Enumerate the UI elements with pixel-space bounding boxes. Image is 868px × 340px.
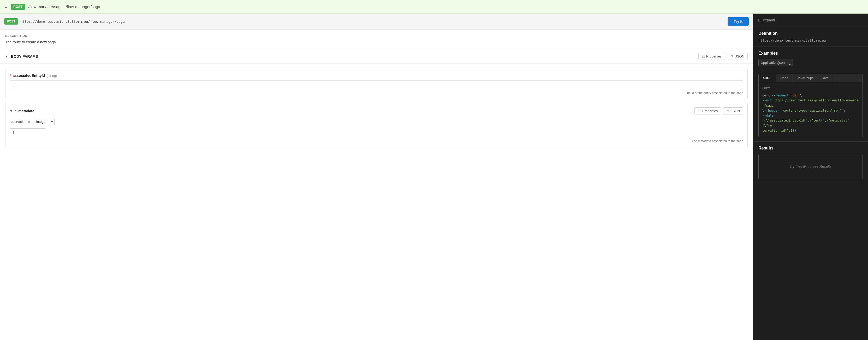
examples-title: Examples [758,51,863,56]
metadata-field-name: metadata [18,109,692,113]
entity-id-input[interactable] [10,80,743,89]
tab-curl[interactable]: cURL [758,74,776,82]
body-params-title: BODY PARAMS [11,54,696,59]
fields-area: * associatedEntityId (string) The id of … [0,64,753,156]
entity-field-name: associatedEntityId [12,74,45,78]
content-type-select[interactable]: application/json [758,59,793,66]
definition-section: Definition https://demo.test.mia-platfor… [753,27,868,47]
reservation-id-label: reservation-id [10,120,30,123]
tab-node[interactable]: Node [776,74,793,82]
definition-url: https://demo.test.mia-platform.eu [758,38,863,42]
associated-entity-field: * associatedEntityId (string) The id of … [5,69,748,99]
examples-section: Examples application/json cURL Node Java… [753,47,868,142]
description-text: The route to create a new saga [5,40,748,44]
json-pencil-icon-meta: ✎ [726,109,730,113]
entity-field-hint: The id of the entity associated to the s… [10,91,743,95]
code-body: COPY curl --request POST \ --url https:/… [758,82,863,137]
right-panel: □ expand Definition https://demo.test.mi… [753,13,868,340]
results-section: Results Try the API to see Results [753,142,868,183]
tab-java[interactable]: Java [817,74,833,82]
reservation-type-select[interactable]: integer string number [33,118,55,125]
tab-javascript[interactable]: JavaScript [793,74,817,82]
json-pencil-icon: ✎ [731,54,734,58]
associated-entity-header: * associatedEntityId (string) [10,74,743,78]
code-content: curl --request POST \ --url https://demo… [762,93,859,133]
try-it-button[interactable]: Try It [727,17,749,26]
content-type-wrapper: application/json [758,59,793,70]
top-bar-path2: /flow-manager/saga [66,4,100,9]
expand-label[interactable]: expand [763,18,775,22]
metadata-hint: The metadata associated to the saga [10,139,743,143]
chevron-down-icon[interactable]: ⌄ [4,4,7,9]
api-url: https://demo.test.mia-platform.eu/flow-m… [21,20,725,24]
entity-field-type: (string) [46,74,57,78]
results-placeholder: Try the API to see Results [758,154,863,179]
copy-label[interactable]: COPY [762,86,859,91]
right-panel-header: □ expand [753,13,868,27]
code-tabs: cURL Node JavaScript Java COPY curl --re… [758,74,863,137]
metadata-header: ▼ * metadata ☷ Properties ✎ JSON [10,107,743,114]
code-tab-bar: cURL Node JavaScript Java [758,74,863,82]
json-button-top[interactable]: ✎ JSON [727,53,748,60]
expand-icon: □ [758,18,761,23]
metadata-section: ▼ * metadata ☷ Properties ✎ JSON reserva… [5,103,748,147]
description-label: DESCRIPTION [5,34,748,37]
properties-button-top[interactable]: ☷ Properties [699,53,725,60]
top-bar-path1: /flow-manager/saga [28,4,63,9]
definition-title: Definition [758,31,863,36]
method-badge-top: POST [11,4,25,10]
left-panel: POST https://demo.test.mia-platform.eu/f… [0,13,753,340]
json-button-metadata[interactable]: ✎ JSON [723,107,743,114]
top-bar: ⌄ POST /flow-manager/saga /flow-manager/… [0,0,868,13]
method-badge: POST [4,18,18,25]
required-star-metadata: * [15,109,16,113]
body-params-header: ▼ BODY PARAMS ☷ Properties ✎ JSON [0,49,753,64]
metadata-chevron[interactable]: ▼ [10,109,13,113]
reservation-id-input[interactable] [10,128,46,137]
required-star-entity: * [10,74,11,78]
url-bar: POST https://demo.test.mia-platform.eu/f… [0,13,753,30]
properties-icon-meta: ☷ [698,109,701,113]
main-layout: POST https://demo.test.mia-platform.eu/f… [0,13,868,340]
reservation-id-row: reservation-id integer string number [10,118,743,125]
properties-button-metadata[interactable]: ☷ Properties [694,107,721,114]
properties-icon: ☷ [702,54,705,58]
results-placeholder-text: Try the API to see Results [789,164,832,169]
body-params-chevron[interactable]: ▼ [5,55,8,58]
results-title: Results [758,146,863,150]
description-section: DESCRIPTION The route to create a new sa… [0,30,753,49]
